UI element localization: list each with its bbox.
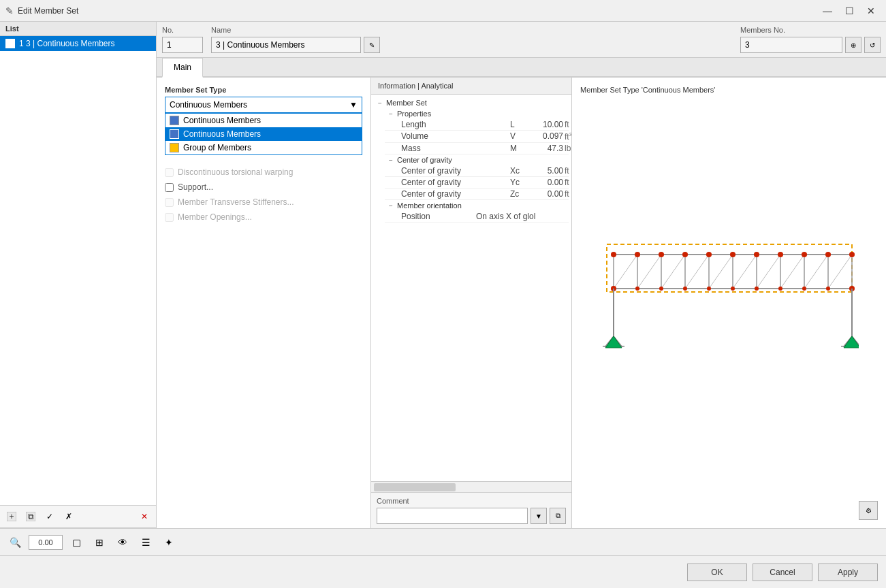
info-scroll-track[interactable] bbox=[371, 481, 571, 492]
tree-cell-zc-unit: ft bbox=[565, 189, 571, 199]
svg-point-29 bbox=[635, 252, 640, 257]
dropdown-selected-value: Continuous Members bbox=[170, 100, 247, 110]
apply-button[interactable]: Apply bbox=[818, 564, 878, 581]
tree-header-properties[interactable]: − Properties bbox=[385, 108, 569, 119]
list-item[interactable]: 1 3 | Continuous Members bbox=[0, 36, 156, 51]
svg-point-40 bbox=[635, 287, 639, 291]
svg-point-48 bbox=[826, 287, 830, 291]
tree-label-member-set: Member Set bbox=[386, 99, 427, 107]
comment-input[interactable] bbox=[377, 508, 528, 524]
tree-cell-yc-unit: ft bbox=[565, 178, 571, 187]
layers-button[interactable]: ☰ bbox=[136, 534, 155, 551]
tree-section-member-set: − Member Set − Properties Length bbox=[374, 97, 569, 223]
checkbox-openings-input[interactable] bbox=[165, 213, 174, 222]
no-group: No. bbox=[162, 26, 203, 53]
dropdown-item-0[interactable]: Continuous Members bbox=[165, 114, 362, 127]
info-panel: Information | Analytical − Member Set bbox=[371, 78, 572, 528]
no-input[interactable] bbox=[162, 37, 203, 53]
tree-row-length: Length L 10.00 ft bbox=[385, 119, 569, 131]
tree-header-cog[interactable]: − Center of gravity bbox=[385, 154, 569, 165]
svg-point-37 bbox=[825, 252, 831, 257]
checkbox-support: Support... bbox=[165, 182, 362, 192]
svg-point-44 bbox=[731, 287, 735, 291]
tree-cell-position-label: Position bbox=[401, 212, 462, 221]
tree-cell-zc-val: 0.00 bbox=[531, 189, 565, 199]
tab-bar: Main bbox=[157, 58, 886, 78]
tree-label-cog: Center of gravity bbox=[397, 156, 452, 164]
checkbox-support-label: Support... bbox=[178, 182, 213, 192]
svg-point-47 bbox=[802, 287, 806, 291]
name-input[interactable] bbox=[211, 37, 361, 53]
checkbox-disc-torsional-input[interactable] bbox=[165, 168, 174, 177]
members-no-input[interactable] bbox=[740, 37, 842, 53]
checkbox-disc-torsional: Discontinuous torsional warping bbox=[165, 167, 362, 177]
svg-line-24 bbox=[757, 255, 780, 289]
comment-dropdown-button[interactable]: ▼ bbox=[531, 508, 547, 524]
checkbox-openings-label: Member Openings... bbox=[178, 212, 252, 222]
tree-cell-yc-label: Center of gravity bbox=[401, 178, 510, 187]
delete-button[interactable]: ✕ bbox=[136, 508, 153, 525]
uncheck-button[interactable]: ✗ bbox=[60, 508, 78, 525]
svg-line-25 bbox=[780, 255, 804, 289]
tree-cell-length-label: Length bbox=[401, 120, 510, 129]
tree-cell-position-sym bbox=[462, 212, 476, 221]
dropdown-item-label-2: Group of Members bbox=[183, 143, 251, 152]
svg-rect-4 bbox=[607, 244, 852, 292]
tree-header-orientation[interactable]: − Member orientation bbox=[385, 200, 569, 211]
minimize-button[interactable]: — bbox=[818, 3, 837, 19]
add-button[interactable]: + bbox=[3, 508, 20, 525]
edit-name-button[interactable]: ✎ bbox=[364, 37, 380, 53]
close-button[interactable]: ✕ bbox=[861, 3, 881, 19]
svg-point-41 bbox=[659, 287, 663, 291]
tree-cell-xc-sym: Xc bbox=[510, 166, 531, 176]
comment-copy-button[interactable]: ⧉ bbox=[550, 508, 566, 524]
tree-row-yc: Center of gravity Yc 0.00 ft bbox=[385, 177, 569, 189]
tab-main[interactable]: Main bbox=[162, 58, 203, 78]
search-button[interactable]: 🔍 bbox=[5, 534, 25, 551]
cancel-button[interactable]: Cancel bbox=[753, 564, 812, 581]
tree-row-zc: Center of gravity Zc 0.00 ft bbox=[385, 189, 569, 200]
truss-diagram bbox=[600, 231, 859, 367]
member-set-type-dropdown[interactable]: Continuous Members ▼ Continuous Members bbox=[165, 97, 362, 155]
pointer-button[interactable]: ▢ bbox=[67, 534, 86, 551]
tree-header-member-set[interactable]: − Member Set bbox=[374, 97, 569, 108]
svg-line-22 bbox=[709, 255, 733, 289]
preview-settings-button[interactable]: ⚙ bbox=[859, 501, 878, 520]
svg-point-45 bbox=[755, 287, 759, 291]
tree-toggle-properties: − bbox=[387, 110, 394, 117]
select-button[interactable]: ⊞ bbox=[90, 534, 109, 551]
list-panel: List 1 3 | Continuous Members + ⧉ ✓ ✗ ✕ bbox=[0, 22, 157, 528]
dropdown-item-1[interactable]: Continuous Members bbox=[165, 127, 362, 141]
view-button[interactable]: 👁 bbox=[113, 534, 132, 551]
svg-line-21 bbox=[685, 255, 709, 289]
list-toolbar: + ⧉ ✓ ✗ ✕ bbox=[0, 505, 156, 527]
tree-cell-xc-unit: ft bbox=[565, 166, 571, 176]
dropdown-item-label-1: Continuous Members bbox=[183, 129, 261, 139]
tree-subsection-cog: − Center of gravity Center of gravity Xc… bbox=[374, 154, 569, 200]
check-button[interactable]: ✓ bbox=[41, 508, 59, 525]
tree-row-volume: Volume V 0.097 ft3 bbox=[385, 131, 569, 143]
tree-cell-yc-val: 0.00 bbox=[531, 178, 565, 187]
maximize-button[interactable]: ☐ bbox=[840, 3, 859, 19]
ok-button[interactable]: OK bbox=[687, 564, 747, 581]
svg-point-28 bbox=[611, 252, 616, 257]
comment-section: Comment ▼ ⧉ bbox=[371, 492, 571, 528]
svg-point-36 bbox=[802, 252, 807, 257]
tree-cell-zc-label: Center of gravity bbox=[401, 189, 510, 199]
dialog-buttons: OK Cancel Apply bbox=[0, 555, 886, 588]
header-row: No. Name ✎ Members No. ⊕ ↺ bbox=[157, 22, 886, 58]
right-section: No. Name ✎ Members No. ⊕ ↺ bbox=[157, 22, 886, 528]
duplicate-button[interactable]: ⧉ bbox=[22, 508, 39, 525]
members-pick-button[interactable]: ⊕ bbox=[845, 37, 861, 53]
comment-row: ▼ ⧉ bbox=[377, 508, 566, 524]
checkbox-support-input[interactable] bbox=[165, 183, 174, 192]
members-no-group: Members No. ⊕ ↺ bbox=[740, 26, 881, 53]
tree-cell-volume-label: Volume bbox=[401, 131, 510, 142]
tree-cell-mass-unit: lb bbox=[565, 144, 571, 153]
members-refresh-button[interactable]: ↺ bbox=[864, 37, 881, 53]
dropdown-item-2[interactable]: Group of Members bbox=[165, 141, 362, 154]
svg-marker-54 bbox=[605, 336, 622, 348]
tools-button[interactable]: ✦ bbox=[159, 534, 178, 551]
checkbox-transverse-input[interactable] bbox=[165, 198, 174, 207]
tree-cell-length-sym: L bbox=[510, 120, 531, 129]
